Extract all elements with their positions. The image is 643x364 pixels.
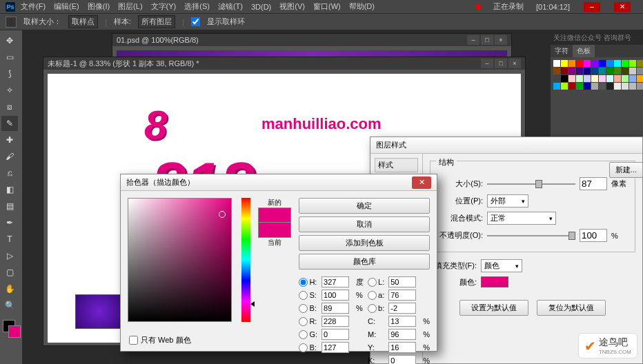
menu-help[interactable]: 帮助(D) (349, 1, 375, 12)
hue-slider[interactable] (241, 198, 250, 322)
swatch-cell[interactable] (637, 60, 643, 67)
m-input[interactable] (388, 329, 416, 340)
doc2-close[interactable]: × (508, 59, 521, 68)
swatch-cell[interactable] (568, 68, 575, 74)
lasso-tool[interactable]: ⟆ (1, 66, 18, 81)
doc2-max[interactable]: □ (495, 59, 507, 68)
shape-tool[interactable]: ▢ (1, 265, 18, 280)
show-ring-checkbox[interactable] (191, 17, 200, 26)
b-hsb-input[interactable] (322, 303, 349, 314)
swatch-cell[interactable] (576, 68, 583, 74)
menu-file[interactable]: 文件(F) (21, 1, 46, 12)
reset-default-button[interactable]: 复位为默认值 (537, 300, 606, 316)
menu-select[interactable]: 选择(S) (184, 1, 210, 12)
background-color[interactable] (8, 325, 21, 338)
doc1-close[interactable]: × (495, 35, 507, 45)
add-swatch-button[interactable]: 添加到色板 (299, 235, 430, 251)
picker-close-button[interactable]: ✕ (412, 176, 431, 189)
path-tool[interactable]: ▷ (1, 248, 18, 263)
r-radio[interactable]: R: (299, 317, 317, 326)
swatch-cell[interactable] (561, 83, 568, 90)
swatch-cell[interactable] (584, 68, 591, 74)
swatch-cell[interactable] (584, 75, 591, 82)
g-input[interactable] (322, 329, 349, 340)
current-color-swatch[interactable] (258, 223, 291, 238)
swatch-cell[interactable] (614, 68, 621, 74)
doc1-min[interactable]: – (467, 35, 479, 45)
eyedropper-tool[interactable]: ✎ (1, 116, 18, 131)
l-input[interactable] (388, 276, 416, 287)
r-input[interactable] (322, 316, 349, 327)
b-rgb-radio[interactable]: B: (299, 343, 317, 352)
swatch-cell[interactable] (561, 60, 568, 67)
swatch-cell[interactable] (576, 83, 583, 90)
marquee-tool[interactable]: ▭ (1, 50, 18, 65)
swatch-cell[interactable] (576, 60, 583, 67)
swatch-cell[interactable] (584, 60, 591, 67)
swatch-cell[interactable] (637, 75, 643, 82)
swatch-cell[interactable] (591, 60, 598, 67)
c-input[interactable] (388, 316, 416, 327)
brush-tool[interactable]: 🖌 (1, 149, 18, 164)
minimize-button[interactable]: – (584, 2, 600, 12)
swatch-cell[interactable] (591, 83, 598, 90)
swatch-cell[interactable] (553, 68, 560, 74)
heal-tool[interactable]: ✚ (1, 132, 18, 148)
b-lab-radio[interactable]: b: (368, 304, 384, 313)
opacity-slider[interactable] (487, 235, 575, 236)
swatch-cell[interactable] (629, 75, 636, 82)
a-radio[interactable]: a: (368, 291, 384, 300)
menu-filter[interactable]: 滤镜(T) (218, 1, 243, 12)
b-lab-input[interactable] (388, 303, 416, 314)
s-input[interactable] (322, 290, 349, 301)
swatch-cell[interactable] (568, 75, 575, 82)
swatch-cell[interactable] (629, 83, 636, 90)
swatch-cell[interactable] (606, 75, 613, 82)
swatch-cell[interactable] (629, 60, 636, 67)
swatch-cell[interactable] (614, 75, 621, 82)
menu-layer[interactable]: 图层(L) (118, 1, 142, 12)
set-default-button[interactable]: 设置为默认值 (459, 300, 528, 316)
gradient-tool[interactable]: ▤ (1, 199, 18, 214)
swatch-cell[interactable] (568, 60, 575, 67)
menu-image[interactable]: 图像(I) (88, 1, 110, 12)
swatch-cell[interactable] (614, 60, 621, 67)
swatch-cell[interactable] (576, 75, 583, 82)
opacity-input[interactable] (580, 229, 607, 242)
swatch-cell[interactable] (622, 75, 629, 82)
swatch-cell[interactable] (553, 75, 560, 82)
wand-tool[interactable]: ✧ (1, 83, 18, 98)
blend-select[interactable]: 正常 (487, 212, 556, 225)
swatch-cell[interactable] (629, 68, 636, 74)
new-style-button[interactable]: 新建... (609, 162, 643, 178)
stroke-color-chip[interactable] (481, 276, 508, 287)
saturation-field[interactable] (128, 198, 232, 322)
swatch-cell[interactable] (622, 83, 629, 90)
s-radio[interactable]: S: (299, 291, 317, 300)
web-only-checkbox[interactable] (129, 336, 138, 345)
swatch-cell[interactable] (591, 75, 598, 82)
size-slider[interactable] (487, 183, 575, 185)
cancel-button[interactable]: 取消 (299, 216, 430, 232)
a-input[interactable] (388, 290, 416, 301)
b-rgb-input[interactable] (322, 342, 349, 353)
fill-select[interactable]: 颜色 (481, 259, 522, 272)
type-tool[interactable]: T (1, 232, 18, 247)
tab-character[interactable]: 字符 (551, 45, 573, 57)
swatch-cell[interactable] (553, 60, 560, 67)
zoom-tool[interactable]: 🔍 (1, 298, 18, 313)
eraser-tool[interactable]: ◧ (1, 182, 18, 197)
swatch-cell[interactable] (637, 83, 643, 90)
swatch-cell[interactable] (622, 68, 629, 74)
sample-layers-select[interactable]: 所有图层 (138, 15, 175, 28)
color-libs-button[interactable]: 颜色库 (299, 254, 430, 270)
move-tool[interactable]: ✥ (1, 33, 18, 48)
swatch-cell[interactable] (606, 60, 613, 67)
swatch-cell[interactable] (599, 75, 606, 82)
doc1-max[interactable]: □ (481, 35, 493, 45)
swatch-cell[interactable] (599, 68, 606, 74)
menu-window[interactable]: 窗口(W) (313, 1, 341, 12)
ok-button[interactable]: 确定 (299, 198, 430, 214)
menu-edit[interactable]: 编辑(E) (54, 1, 79, 12)
stamp-tool[interactable]: ⎌ (1, 165, 18, 181)
